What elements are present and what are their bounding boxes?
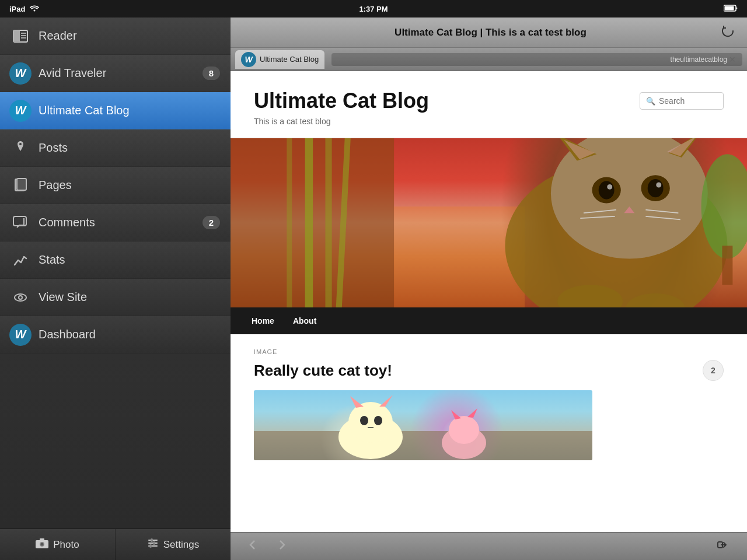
sidebar-item-dashboard-label: Dashboard	[39, 328, 220, 341]
svg-rect-22	[149, 544, 152, 548]
svg-rect-52	[254, 431, 592, 460]
sidebar-item-dashboard[interactable]: W Dashboard	[0, 316, 231, 354]
device-label: iPad	[9, 5, 25, 13]
post-title: Really cute cat toy!	[254, 362, 392, 380]
sidebar-item-pages[interactable]: Pages	[0, 167, 231, 204]
svg-rect-50	[722, 246, 732, 285]
camera-icon	[36, 538, 48, 551]
sidebar-item-comments-label: Comments	[39, 216, 203, 229]
tab-wp-icon: W	[241, 52, 256, 67]
battery-icon	[724, 5, 738, 13]
blog-nav: Home About	[231, 307, 747, 334]
svg-rect-21	[153, 541, 155, 545]
sidebar-spacer	[0, 354, 231, 528]
sidebar-item-ultimate-cat-blog-label: Ultimate Cat Blog	[39, 104, 220, 117]
photo-button[interactable]: Photo	[0, 529, 116, 560]
svg-point-11	[15, 294, 26, 301]
pin-icon	[11, 138, 30, 158]
content-title: Ultimate Cat Blog | This is a cat test b…	[263, 27, 718, 38]
sidebar-item-view-site-label: View Site	[39, 290, 220, 304]
svg-point-40	[607, 184, 612, 190]
nav-arrows	[242, 536, 292, 557]
refresh-button[interactable]	[718, 21, 738, 44]
svg-point-54	[348, 402, 393, 443]
sidebar-item-reader-label: Reader	[39, 29, 220, 43]
svg-rect-9	[17, 178, 26, 190]
settings-button[interactable]: Settings	[116, 529, 231, 560]
stats-icon	[11, 250, 30, 270]
blog-title: Ultimate Cat Blog	[254, 89, 429, 113]
svg-point-39	[648, 179, 664, 197]
sidebar-item-ultimate-cat-blog[interactable]: W Ultimate Cat Blog	[0, 92, 231, 130]
nav-item-about[interactable]: About	[284, 307, 326, 334]
svg-point-61	[449, 416, 479, 444]
pages-icon	[11, 176, 30, 195]
browser-tab[interactable]: W Ultimate Cat Blog	[235, 50, 324, 69]
dashboard-wp-icon: W	[11, 325, 30, 345]
content-header: Ultimate Cat Blog | This is a cat test b…	[231, 18, 747, 48]
share-button[interactable]	[712, 536, 735, 557]
blog-subtitle: This is a cat test blog	[254, 117, 429, 126]
tab-label: Ultimate Cat Blog	[260, 55, 319, 64]
post-area: IMAGE Really cute cat toy! 2	[231, 334, 747, 532]
back-button[interactable]	[242, 536, 264, 557]
svg-rect-2	[725, 6, 734, 10]
svg-rect-29	[394, 206, 525, 307]
close-tab-button[interactable]: ✕	[727, 55, 738, 64]
status-time: 1:37 PM	[359, 5, 388, 13]
hero-image	[231, 138, 747, 307]
avid-traveler-badge: 8	[203, 66, 220, 80]
post-title-row: Really cute cat toy! 2	[254, 360, 724, 381]
blog-header: Ultimate Cat Blog This is a cat test blo…	[231, 71, 747, 138]
svg-point-38	[599, 181, 615, 199]
url-text: theultimatecatblog	[671, 55, 727, 64]
post-category: IMAGE	[254, 348, 724, 355]
settings-button-label: Settings	[163, 539, 199, 551]
post-image	[254, 390, 592, 460]
settings-icon	[147, 537, 159, 552]
eye-icon	[11, 288, 30, 307]
content-area: Ultimate Cat Blog | This is a cat test b…	[231, 18, 747, 560]
photo-button-label: Photo	[53, 539, 79, 551]
svg-rect-4	[13, 30, 20, 42]
search-input[interactable]	[659, 96, 717, 106]
reader-icon	[11, 26, 30, 46]
cat-silhouette	[231, 138, 747, 307]
nav-item-home[interactable]: Home	[242, 307, 284, 334]
sidebar: Reader W Avid Traveler 8 W Ultimate Cat …	[0, 18, 231, 560]
search-icon: 🔍	[646, 97, 655, 106]
comments-icon	[11, 213, 30, 233]
toy-cat-image	[254, 390, 592, 460]
sidebar-item-posts[interactable]: Posts	[0, 130, 231, 167]
sidebar-item-stats[interactable]: Stats	[0, 242, 231, 279]
comments-badge: 2	[203, 216, 220, 229]
svg-point-41	[656, 183, 661, 188]
blog-title-area: Ultimate Cat Blog This is a cat test blo…	[254, 89, 429, 126]
sidebar-item-reader[interactable]: Reader	[0, 18, 231, 55]
forward-button[interactable]	[270, 536, 292, 557]
comment-count-badge: 2	[703, 360, 724, 381]
sidebar-item-comments[interactable]: Comments 2	[0, 204, 231, 242]
sidebar-item-view-site[interactable]: View Site	[0, 279, 231, 316]
wifi-icon	[30, 5, 39, 13]
status-bar: iPad 1:37 PM	[0, 0, 747, 18]
wp-icon: W	[11, 64, 30, 83]
wp-icon-blue: W	[11, 101, 30, 121]
sidebar-item-avid-traveler-label: Avid Traveler	[39, 66, 203, 80]
svg-point-57	[360, 416, 368, 425]
svg-point-12	[19, 296, 22, 299]
svg-rect-20	[151, 538, 153, 542]
status-left: iPad	[9, 5, 39, 13]
svg-rect-16	[40, 538, 44, 541]
nav-bottom-bar	[231, 532, 747, 560]
main-layout: Reader W Avid Traveler 8 W Ultimate Cat …	[0, 18, 747, 560]
svg-point-0	[34, 9, 36, 11]
search-box[interactable]: 🔍	[640, 92, 724, 110]
sidebar-item-stats-label: Stats	[39, 253, 220, 267]
status-right	[724, 5, 738, 13]
browser-tab-bar: W Ultimate Cat Blog theultimatecatblog ✕	[231, 48, 747, 71]
sidebar-item-pages-label: Pages	[39, 178, 220, 192]
sidebar-item-avid-traveler[interactable]: W Avid Traveler 8	[0, 55, 231, 92]
url-bar: theultimatecatblog ✕	[331, 53, 742, 66]
web-content: Ultimate Cat Blog This is a cat test blo…	[231, 71, 747, 532]
